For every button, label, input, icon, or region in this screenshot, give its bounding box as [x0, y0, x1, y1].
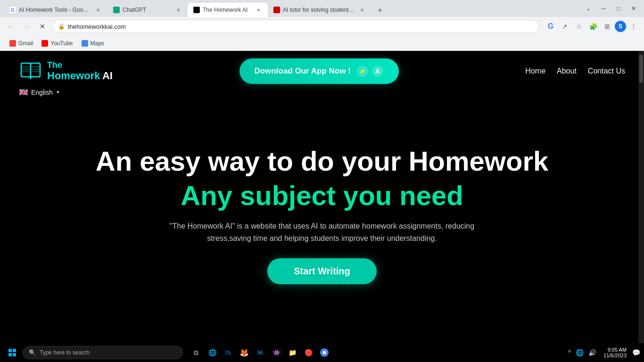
- logo-text: The Homework AI: [47, 61, 113, 82]
- bookmark-button[interactable]: ☆: [572, 20, 586, 33]
- taskbar-right: ^ 🌐 🔊 9:05 AM 11/6/2023 💬: [566, 347, 640, 358]
- tab-2[interactable]: ChatGPT ✕: [107, 3, 188, 17]
- extensions-button[interactable]: 🧩: [586, 20, 600, 33]
- taskbar-store[interactable]: 🛍: [221, 345, 236, 360]
- google-play-icon: [356, 65, 369, 77]
- hero-title-white: An easy way to do your Homework: [96, 146, 548, 176]
- taskbar-reddit[interactable]: 👾: [269, 345, 284, 360]
- tab-1[interactable]: G AI Homework Tools - Google D... ✕: [4, 3, 107, 17]
- taskbar-clock[interactable]: 9:05 AM 11/6/2023: [602, 347, 628, 358]
- logo-the-text: The: [47, 61, 113, 70]
- address-text: thehomeworkkai.com: [68, 23, 533, 30]
- website-content: The Homework AI Download Our App Now !: [0, 51, 644, 343]
- svg-point-15: [323, 351, 326, 354]
- taskbar: 🔍 Type here to search ⧉ 🌐 🛍 🦊 ✉ 👾 📁 🔴: [0, 343, 644, 362]
- tab-close-4[interactable]: ✕: [358, 6, 366, 14]
- taskbar-search[interactable]: 🔍 Type here to search: [23, 346, 183, 359]
- tab-favicon-1: G: [9, 7, 16, 13]
- split-screen-button[interactable]: ⊞: [601, 20, 614, 33]
- back-button[interactable]: ←: [4, 20, 17, 33]
- logo-area: The Homework AI: [19, 61, 113, 82]
- bookmark-maps-label: Maps: [91, 40, 104, 47]
- start-writing-button[interactable]: Start Writing: [267, 258, 377, 284]
- hero-description: "The Homework AI" is a website that uses…: [157, 220, 487, 244]
- network-icon[interactable]: 🌐: [574, 348, 585, 357]
- bookmark-gmail[interactable]: Gmail: [6, 38, 37, 49]
- taskbar-files[interactable]: 📁: [285, 345, 300, 360]
- bookmarks-bar: Gmail YouTube Maps: [0, 36, 644, 51]
- maps-favicon: [82, 40, 88, 47]
- tab-4[interactable]: AI tutor for solving student hom... ✕: [268, 3, 372, 17]
- window-controls: ⌄ ─ □ ✕: [582, 2, 640, 15]
- taskbar-edge[interactable]: 🌐: [205, 345, 220, 360]
- title-bar: G AI Homework Tools - Google D... ✕ Chat…: [0, 0, 644, 17]
- menu-button[interactable]: ⋮: [627, 20, 640, 33]
- taskbar-mail[interactable]: ✉: [253, 345, 268, 360]
- svg-rect-11: [13, 349, 16, 352]
- taskbar-task-view[interactable]: ⧉: [189, 345, 204, 360]
- bookmark-youtube[interactable]: YouTube: [38, 38, 76, 49]
- logo-homework-text: Homework: [47, 70, 100, 82]
- logo-ai-text: AI: [102, 70, 113, 82]
- header-center: Download Our App Now !: [113, 58, 525, 84]
- address-bar-row: ← → ✕ 🔒 thehomeworkkai.com G ↗ ☆ 🧩 ⊞ S ⋮: [0, 17, 644, 36]
- clock-time: 9:05 AM: [608, 347, 627, 353]
- nav-home[interactable]: Home: [525, 67, 545, 75]
- start-button[interactable]: [4, 344, 21, 361]
- profile-button[interactable]: S: [615, 21, 626, 32]
- tab-favicon-4: [273, 7, 280, 13]
- taskbar-firefox[interactable]: 🦊: [237, 345, 252, 360]
- tab-bar: G AI Homework Tools - Google D... ✕ Chat…: [4, 0, 578, 17]
- logo-homework-ai-text: Homework AI: [47, 70, 113, 82]
- bookmark-gmail-label: Gmail: [18, 40, 33, 47]
- browser-frame: G AI Homework Tools - Google D... ✕ Chat…: [0, 0, 644, 362]
- svg-rect-10: [8, 349, 12, 352]
- svg-rect-12: [8, 353, 12, 356]
- tab-title-2: ChatGPT: [123, 7, 172, 13]
- tab-close-3[interactable]: ✕: [255, 6, 262, 14]
- forward-button[interactable]: →: [20, 20, 33, 33]
- notification-icon[interactable]: 💬: [632, 349, 640, 356]
- bookmark-youtube-label: YouTube: [50, 40, 73, 47]
- volume-icon[interactable]: 🔊: [587, 348, 598, 357]
- google-icon[interactable]: G: [544, 20, 557, 33]
- nav-about[interactable]: About: [557, 67, 577, 75]
- logo-icon: [19, 61, 42, 82]
- download-app-button[interactable]: Download Our App Now !: [239, 58, 399, 84]
- clock-date: 11/6/2023: [603, 353, 627, 358]
- maximize-button[interactable]: □: [612, 2, 625, 15]
- hero-title-teal: Any subject you need: [181, 181, 463, 211]
- download-btn-label: Download Our App Now !: [255, 66, 351, 76]
- taskbar-chrome[interactable]: [317, 345, 332, 360]
- tab-favicon-3: [193, 7, 200, 13]
- browser-toolbar: G ↗ ☆ 🧩 ⊞ S ⋮: [544, 20, 640, 33]
- tab-title-4: AI tutor for solving student hom...: [283, 7, 355, 13]
- scrollbar[interactable]: [638, 51, 644, 343]
- store-icons: A: [356, 65, 384, 77]
- app-store-icon: A: [372, 65, 384, 77]
- taskbar-icons: ⧉ 🌐 🛍 🦊 ✉ 👾 📁 🔴: [189, 345, 332, 360]
- close-button[interactable]: ✕: [627, 2, 640, 15]
- new-tab-button[interactable]: +: [373, 4, 387, 17]
- hero-section: An easy way to do your Homework Any subj…: [0, 87, 644, 343]
- tab-title-1: AI Homework Tools - Google D...: [19, 7, 91, 13]
- tab-title-3: The Homework AI: [203, 7, 252, 13]
- tab-close-2[interactable]: ✕: [174, 6, 182, 14]
- lock-icon: 🔒: [58, 23, 65, 30]
- share-button[interactable]: ↗: [558, 20, 571, 33]
- minimize-button[interactable]: ─: [597, 2, 610, 15]
- tab-strip-menu[interactable]: ⌄: [582, 2, 595, 15]
- tab-close-1[interactable]: ✕: [94, 6, 102, 14]
- tab-3[interactable]: The Homework AI ✕: [188, 3, 268, 17]
- svg-rect-13: [13, 353, 16, 356]
- address-bar[interactable]: 🔒 thehomeworkkai.com: [52, 20, 539, 33]
- bookmark-maps[interactable]: Maps: [78, 38, 108, 49]
- taskbar-vivaldi[interactable]: 🔴: [301, 345, 316, 360]
- tab-favicon-2: [113, 7, 120, 13]
- svg-text:A: A: [375, 67, 380, 75]
- nav-contact[interactable]: Contact Us: [588, 67, 625, 75]
- youtube-favicon: [41, 40, 48, 47]
- header-nav: Home About Contact Us: [525, 67, 625, 75]
- tray-arrow-icon[interactable]: ^: [566, 348, 572, 357]
- reload-button[interactable]: ✕: [36, 20, 49, 33]
